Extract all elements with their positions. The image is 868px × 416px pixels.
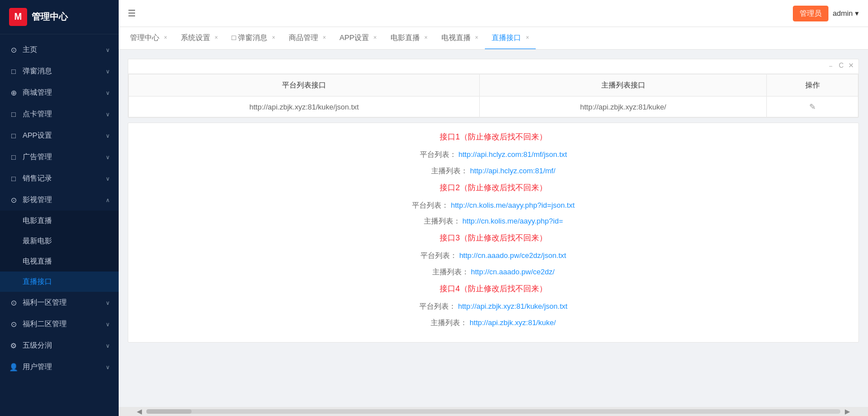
- tab-movie-live-close[interactable]: ×: [424, 34, 428, 41]
- sidebar-item-video[interactable]: ⊙ 影视管理 ∧: [0, 189, 119, 211]
- platform-link-3[interactable]: http://cn.aaado.pw/ce2dz/json.txt: [459, 251, 566, 260]
- cell-host-url: http://api.zbjk.xyz:81/kuke/: [480, 97, 767, 117]
- admin-user-menu[interactable]: admin ▾: [833, 9, 859, 17]
- tab-admin-center[interactable]: 管理中心 ×: [123, 27, 174, 50]
- tab-tv-live-close[interactable]: ×: [475, 34, 479, 41]
- tab-admin-center-close[interactable]: ×: [164, 34, 167, 41]
- info-section-4: 接口4（防止修改后找不回来） 平台列表： http://api.zbjk.xyz…: [137, 284, 849, 329]
- info-host-row-1: 主播列表： http://api.hclyz.com:81/mf/: [137, 165, 849, 177]
- panel-close-button[interactable]: ✕: [848, 62, 854, 71]
- platform-label-4: 平台列表：: [419, 302, 456, 310]
- sidebar-item-users-label: 用户管理: [23, 362, 52, 372]
- sidebar-logo: M 管理中心: [0, 0, 119, 34]
- tab-app[interactable]: APP设置 ×: [333, 27, 384, 50]
- header-right: 管理员 admin ▾: [793, 6, 859, 21]
- sidebar-item-welfare1[interactable]: ⊙ 福利一区管理 ∨: [0, 292, 119, 313]
- scroll-track[interactable]: [146, 409, 840, 414]
- host-link-3[interactable]: http://cn.aaado.pw/ce2dz/: [471, 268, 554, 276]
- sidebar-item-levels-label: 五级分润: [23, 340, 52, 351]
- tab-tv-live[interactable]: 电视直播 ×: [435, 27, 485, 50]
- chevron-app: ∨: [106, 133, 110, 139]
- tab-tv-live-label: 电视直播: [441, 33, 471, 43]
- col-host-api: 主播列表接口: [480, 75, 767, 97]
- col-action: 操作: [767, 75, 858, 97]
- info-title-1: 接口1（防止修改后找不回来）: [137, 132, 849, 142]
- sidebar-item-new-movie[interactable]: 最新电影: [0, 231, 119, 251]
- tab-stream-api[interactable]: 直播接口 ×: [485, 27, 536, 50]
- sidebar-item-shop[interactable]: ⊕ 商城管理 ∨: [0, 82, 119, 103]
- sidebar-item-users[interactable]: 👤 用户管理 ∨: [0, 356, 119, 378]
- cell-action: ✎: [767, 97, 858, 117]
- tab-popup[interactable]: □ 弹窗消息 ×: [225, 27, 282, 50]
- sidebar-item-welfare2-label: 福利二区管理: [23, 319, 67, 329]
- sidebar-item-sales[interactable]: □ 销售记录 ∨: [0, 168, 119, 189]
- platform-link-2[interactable]: http://cn.kolis.me/aayy.php?id=json.txt: [451, 201, 575, 209]
- tab-stream-api-close[interactable]: ×: [526, 34, 529, 41]
- sidebar-item-popup[interactable]: □ 弹窗消息 ∨: [0, 60, 119, 82]
- tab-movie-live[interactable]: 电影直播 ×: [384, 27, 435, 50]
- sidebar-item-movie-live[interactable]: 电影直播: [0, 211, 119, 231]
- main-content: ☰ 管理员 admin ▾ 管理中心 × 系统设置 × □ 弹窗消息 × 商品管…: [119, 0, 868, 416]
- sidebar-item-levels[interactable]: ⚙ 五级分润 ∨: [0, 335, 119, 356]
- logo-icon: M: [9, 8, 27, 26]
- scroll-thumb[interactable]: [146, 409, 192, 414]
- chevron-popup: ∨: [106, 68, 110, 75]
- video-submenu: 电影直播 最新电影 电视直播 直播接口: [0, 211, 119, 292]
- tab-popup-close[interactable]: ×: [272, 34, 275, 41]
- sidebar-item-shop-label: 商城管理: [23, 87, 52, 98]
- tab-app-label: APP设置: [340, 33, 369, 43]
- platform-label-1: 平台列表：: [420, 150, 457, 159]
- scroll-right-arrow[interactable]: ▶: [840, 408, 854, 415]
- sidebar-item-ads[interactable]: □ 广告管理 ∨: [0, 146, 119, 168]
- chevron-ads: ∨: [106, 154, 110, 160]
- sidebar-menu: ⊙ 主页 ∨ □ 弹窗消息 ∨ ⊕ 商城管理 ∨ □ 点卡管理 ∨: [0, 34, 119, 416]
- scroll-left-arrow[interactable]: ◀: [132, 408, 146, 415]
- tab-system-settings-label: 系统设置: [181, 33, 210, 43]
- tab-goods[interactable]: 商品管理 ×: [282, 27, 333, 50]
- info-host-row-2: 主播列表： http://cn.kolis.me/aayy.php?id=: [137, 216, 849, 227]
- sidebar-item-app[interactable]: □ APP设置 ∨: [0, 125, 119, 146]
- panel-restore-button[interactable]: C: [839, 62, 844, 71]
- sidebar-item-welfare2[interactable]: ⊙ 福利二区管理 ∨: [0, 313, 119, 335]
- users-icon: 👤: [9, 362, 18, 371]
- levels-icon: ⚙: [9, 341, 18, 350]
- admin-role-button[interactable]: 管理员: [793, 6, 828, 21]
- sidebar-item-ads-label: 广告管理: [23, 152, 52, 162]
- collapse-button[interactable]: ☰: [128, 8, 136, 19]
- sidebar-item-home[interactable]: ⊙ 主页 ∨: [0, 39, 119, 60]
- host-link-1[interactable]: http://api.hclyz.com:81/mf/: [470, 167, 555, 175]
- info-platform-row-4: 平台列表： http://api.zbjk.xyz:81/kuke/json.t…: [137, 301, 849, 313]
- sales-icon: □: [9, 174, 18, 183]
- tab-system-settings-close[interactable]: ×: [215, 34, 218, 41]
- tab-popup-label: □ 弹窗消息: [232, 33, 267, 43]
- sidebar-item-points[interactable]: □ 点卡管理 ∨: [0, 103, 119, 125]
- stream-api-table: 平台列表接口 主播列表接口 操作 http://api.zbjk.xyz:81/…: [128, 74, 858, 117]
- info-section: 接口1（防止修改后找不回来） 平台列表： http://api.hclyz.co…: [128, 122, 859, 343]
- panel-minimize-button[interactable]: －: [827, 62, 834, 71]
- welfare2-icon: ⊙: [9, 319, 18, 329]
- host-label-1: 主播列表：: [431, 167, 468, 175]
- chevron-video: ∧: [106, 197, 110, 203]
- host-label-2: 主播列表：: [424, 217, 461, 225]
- edit-button[interactable]: ✎: [809, 102, 816, 111]
- sidebar-item-tv-live[interactable]: 电视直播: [0, 251, 119, 272]
- horizontal-scrollbar[interactable]: ◀ ▶: [119, 407, 868, 416]
- platform-link-4[interactable]: http://api.zbjk.xyz:81/kuke/json.txt: [458, 302, 567, 310]
- tab-goods-close[interactable]: ×: [323, 34, 326, 41]
- info-title-2: 接口2（防止修改后找不回来）: [137, 183, 849, 193]
- sidebar-item-stream-api[interactable]: 直播接口: [0, 272, 119, 292]
- tab-system-settings[interactable]: 系统设置 ×: [174, 27, 225, 50]
- sidebar-item-app-label: APP设置: [23, 130, 52, 141]
- chevron-sales: ∨: [106, 176, 110, 182]
- sidebar-item-video-label: 影视管理: [23, 195, 52, 205]
- platform-link-1[interactable]: http://api.hclyz.com:81/mf/json.txt: [458, 150, 567, 159]
- info-platform-row-2: 平台列表： http://cn.kolis.me/aayy.php?id=jso…: [137, 200, 849, 212]
- col-platform-api: 平台列表接口: [129, 75, 480, 97]
- admin-username: admin: [833, 9, 853, 17]
- host-label-4: 主播列表：: [431, 318, 467, 327]
- shop-icon: ⊕: [9, 88, 18, 97]
- tab-app-close[interactable]: ×: [374, 34, 377, 41]
- header-left: ☰: [128, 8, 136, 19]
- host-link-4[interactable]: http://api.zbjk.xyz:81/kuke/: [470, 318, 555, 327]
- host-link-2[interactable]: http://cn.kolis.me/aayy.php?id=: [462, 217, 563, 225]
